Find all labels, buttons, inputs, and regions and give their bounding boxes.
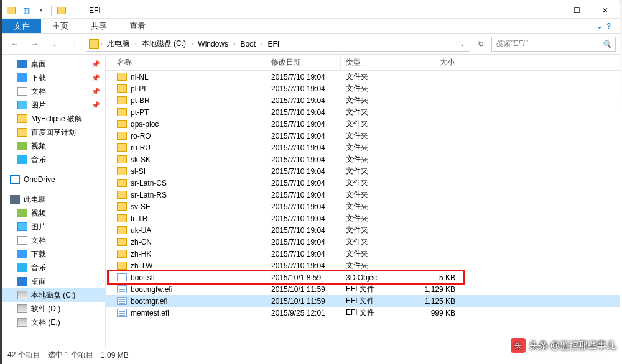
navigation-pane[interactable]: 桌面📌下载📌文档📌图片📌MyEclipse 破解百度回享计划视频音乐OneDri… [2,55,106,348]
nav-item[interactable]: 桌面📌 [2,57,105,71]
file-row[interactable]: pt-BR2015/7/10 19:04文件夹 [106,94,620,106]
file-type: EFI 文件 [341,284,409,294]
file-row[interactable]: boot.stl2015/10/1 8:593D Object5 KB [106,271,620,283]
file-row[interactable]: zh-HK2015/7/10 19:04文件夹 [106,248,620,260]
file-row[interactable]: ro-RO2015/7/10 19:04文件夹 [106,130,620,142]
file-list[interactable]: nl-NL2015/7/10 19:04文件夹pl-PL2015/7/10 19… [106,71,620,348]
pin-icon: 📌 [91,74,100,82]
file-type: 文件夹 [341,201,409,212]
maximize-button[interactable]: ☐ [562,2,591,19]
column-size[interactable]: 大小 [409,55,460,70]
file-row[interactable]: sk-SK2015/7/10 19:04文件夹 [106,153,620,165]
folder-icon [117,108,127,116]
nav-item-label: 下载 [31,73,46,83]
nav-item[interactable]: 图片 [2,220,105,234]
file-row[interactable]: bootmgr.efi2015/10/1 11:59EFI 文件1,125 KB [106,295,620,307]
nav-item-label: 本地磁盘 (C:) [31,290,75,301]
chevron-right-icon[interactable]: › [233,40,235,47]
column-name[interactable]: 名称 [106,55,266,70]
nav-item-label: 文档 [31,235,46,246]
nav-item[interactable]: 文档 [2,234,105,247]
tab-share[interactable]: 共享 [80,19,118,33]
search-input[interactable]: 搜索"EFI" 🔍 [491,37,616,52]
file-row[interactable]: ru-RU2015/7/10 19:04文件夹 [106,142,620,153]
nav-item[interactable]: OneDrive [2,173,105,186]
nav-item[interactable]: 桌面 [2,275,105,288]
crumb-efi[interactable]: EFI [264,40,283,48]
file-row[interactable]: zh-TW2015/7/10 19:04文件夹 [106,260,620,271]
file-row[interactable]: zh-CN2015/7/10 19:04文件夹 [106,236,620,248]
back-button[interactable]: ← [6,35,24,53]
file-date: 2015/7/10 19:04 [266,132,341,140]
crumb-windows[interactable]: Windows [194,40,232,48]
nav-item[interactable]: MyEclipse 破解 [2,112,105,125]
crumb-boot[interactable]: Boot [236,40,259,48]
nav-item[interactable]: 文档📌 [2,84,105,98]
file-row[interactable]: bootmgfw.efi2015/10/1 11:59EFI 文件1,129 K… [106,283,620,295]
file-name: sr-Latn-CS [131,179,167,188]
file-row[interactable]: nl-NL2015/7/10 19:04文件夹 [106,71,620,83]
nav-item[interactable]: 视频 [2,206,105,220]
close-button[interactable]: ✕ [591,2,620,19]
nav-item[interactable]: 百度回享计划 [2,125,105,139]
file-row[interactable]: sv-SE2015/7/10 19:04文件夹 [106,201,620,212]
watermark-logo: 头 [511,338,526,353]
file-row[interactable]: pt-PT2015/7/10 19:04文件夹 [106,106,620,118]
nav-item[interactable]: 图片📌 [2,98,105,112]
qat-dropdown-icon[interactable]: ▾ [36,6,46,16]
column-type[interactable]: 类型 [341,55,409,70]
tab-view[interactable]: 查看 [118,19,157,33]
nav-item[interactable]: 此电脑 [2,193,105,206]
forward-button[interactable]: → [26,35,44,53]
file-date: 2015/9/25 12:01 [266,309,341,317]
file-row[interactable]: uk-UA2015/7/10 19:04文件夹 [106,224,620,236]
crumb-drive[interactable]: 本地磁盘 (C:) [138,39,190,49]
up-button[interactable]: ↑ [66,35,83,53]
chevron-right-icon[interactable]: › [100,40,102,47]
file-row[interactable]: pl-PL2015/7/10 19:04文件夹 [106,83,620,94]
chevron-right-icon[interactable]: › [134,40,136,47]
file-row[interactable]: sr-Latn-RS2015/7/10 19:04文件夹 [106,189,620,201]
file-row[interactable]: qps-ploc2015/7/10 19:04文件夹 [106,118,620,130]
file-name: bootmgr.efi [131,297,167,306]
file-date: 2015/7/10 19:04 [266,202,341,211]
folder-icon [117,262,127,270]
file-row[interactable]: sr-Latn-CS2015/7/10 19:04文件夹 [106,177,620,189]
nav-item[interactable]: 文档 (E:) [2,316,105,329]
pic-icon [17,222,27,231]
column-date[interactable]: 修改日期 [266,55,341,70]
drive-icon [17,304,27,313]
file-size: 999 KB [409,309,460,317]
properties-icon[interactable]: ▥ [21,6,31,16]
file-type: EFI 文件 [341,307,409,318]
search-icon[interactable]: 🔍 [602,40,611,48]
refresh-button[interactable]: ↻ [473,37,489,52]
addressbar-dropdown-icon[interactable]: ⌄ [457,40,467,47]
file-row[interactable]: tr-TR2015/7/10 19:04文件夹 [106,212,620,224]
nav-item[interactable]: 音乐 [2,153,105,166]
ribbon-expand[interactable]: ⌄ ? [588,19,620,33]
chevron-right-icon[interactable]: › [261,40,262,47]
folder-icon [117,120,127,128]
video-icon [17,142,27,150]
nav-item[interactable]: 本地磁盘 (C:) [2,288,105,302]
nav-item[interactable]: 软件 (D:) [2,302,105,316]
nav-item[interactable]: 视频 [2,139,105,153]
minimize-button[interactable]: ─ [534,2,562,19]
doc-icon [17,236,27,245]
file-name: boot.stl [131,273,155,282]
tab-home[interactable]: 主页 [41,19,80,33]
crumb-thispc[interactable]: 此电脑 [103,39,133,49]
nav-item[interactable]: 下载📌 [2,71,105,84]
recent-dropdown[interactable]: ⌄ [46,35,63,53]
help-icon[interactable]: ? [606,22,611,30]
address-bar[interactable]: › 此电脑 › 本地磁盘 (C:) › Windows › Boot › EFI… [86,37,470,52]
nav-item[interactable]: 音乐 [2,261,105,275]
ribbon: 文件 主页 共享 查看 ⌄ ? [2,19,620,34]
tab-file[interactable]: 文件 [2,19,41,33]
nav-item[interactable]: 下载 [2,247,105,261]
chevron-right-icon[interactable]: › [191,40,193,47]
nav-item-label: 图片 [31,100,46,111]
file-row[interactable]: sl-SI2015/7/10 19:04文件夹 [106,165,620,177]
file-row[interactable]: memtest.efi2015/9/25 12:01EFI 文件999 KB [106,307,620,319]
